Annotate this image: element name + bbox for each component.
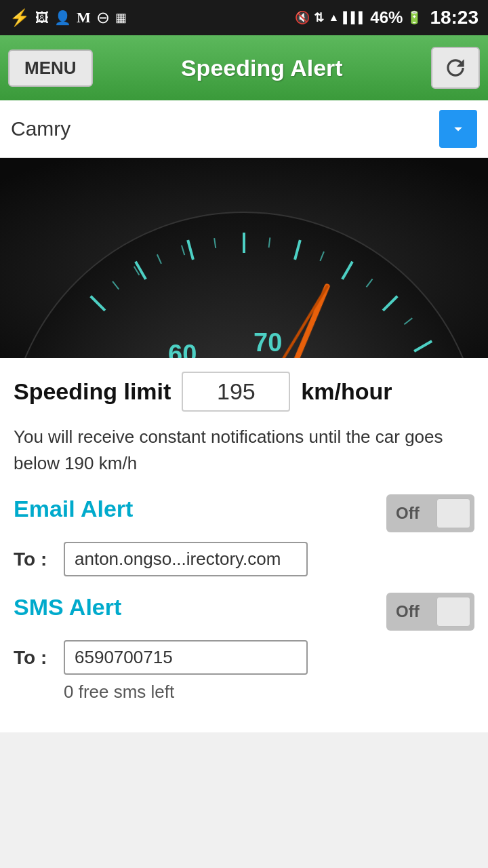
svg-text:80: 80: [331, 353, 359, 358]
signal-icon: ▌▌▌: [343, 12, 366, 24]
speed-unit-label: km/hour: [301, 378, 392, 405]
wifi-icon: ▲: [328, 12, 339, 24]
status-bar: ⚡ 🖼 👤 M ⊖ ▦ 🔇 ⇅ ▲ ▌▌▌ 46% 🔋 18:23: [0, 0, 488, 35]
status-icons-left: ⚡ 🖼 👤 M ⊖ ▦: [9, 8, 127, 27]
refresh-button[interactable]: [431, 47, 480, 89]
sms-to-row: To :: [14, 640, 474, 675]
battery-percent: 46%: [370, 8, 403, 27]
sync-icon: ⇅: [314, 10, 324, 25]
email-to-row: To :: [14, 542, 474, 576]
email-to-input[interactable]: [64, 542, 308, 576]
sms-free-text: 0 free sms left: [64, 682, 474, 703]
sms-to-input[interactable]: [64, 640, 308, 675]
vehicle-input[interactable]: [11, 117, 439, 140]
sms-alert-title: SMS Alert: [14, 594, 121, 620]
person-icon: 👤: [54, 9, 71, 26]
image-icon: 🖼: [35, 10, 49, 26]
status-icons-right: 🔇 ⇅ ▲ ▌▌▌ 46% 🔋 18:23: [295, 7, 479, 28]
vehicle-dropdown-button[interactable]: [439, 110, 477, 148]
speedometer-display: 30 40 50 60 70 80: [0, 158, 488, 358]
nosound-icon: 🔇: [295, 10, 310, 25]
email-alert-toggle-container: Off: [386, 494, 474, 532]
email-toggle-label: Off: [386, 504, 420, 523]
svg-text:70: 70: [253, 328, 282, 357]
sms-alert-toggle-container: Off: [386, 593, 474, 631]
refresh-icon: [443, 55, 468, 81]
sms-to-label: To :: [14, 647, 54, 669]
chevron-down-icon: [449, 119, 468, 138]
usb-icon: ⚡: [9, 8, 30, 27]
notification-text: You will receive constant notifications …: [14, 424, 474, 477]
mail-icon: M: [77, 9, 91, 26]
svg-text:60: 60: [168, 340, 197, 358]
sms-alert-section: SMS Alert Off To : 0 free sms left: [14, 593, 474, 703]
block-icon: ⊖: [96, 8, 110, 27]
speed-limit-label: Speeding limit: [14, 378, 171, 405]
email-to-label: To :: [14, 549, 54, 570]
sms-toggle-label: Off: [386, 602, 420, 621]
speed-limit-row: Speeding limit km/hour: [14, 372, 474, 412]
vehicle-selector: [0, 100, 488, 158]
email-toggle-knob: [436, 498, 470, 528]
sms-alert-toggle[interactable]: Off: [386, 593, 474, 631]
top-bar: MENU Speeding Alert: [0, 35, 488, 100]
sd-icon: ▦: [115, 10, 127, 25]
email-alert-toggle[interactable]: Off: [386, 494, 474, 532]
menu-button[interactable]: MENU: [8, 50, 93, 87]
email-alert-title: Email Alert: [14, 496, 133, 522]
sms-toggle-knob: [436, 597, 470, 627]
main-content: Speeding limit km/hour You will receive …: [0, 358, 488, 732]
email-alert-section: Email Alert Off To :: [14, 494, 474, 576]
page-title: Speeding Alert: [181, 55, 343, 81]
speed-limit-input[interactable]: [182, 372, 290, 412]
status-time: 18:23: [430, 7, 479, 28]
speedometer-svg: 30 40 50 60 70 80: [0, 158, 488, 358]
battery-icon: 🔋: [407, 10, 422, 25]
